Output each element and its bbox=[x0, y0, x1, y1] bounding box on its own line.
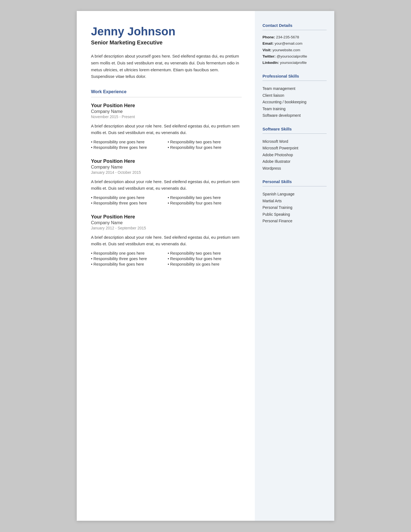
professional-skills-section: Professional Skills Team management Clie… bbox=[262, 74, 327, 119]
job-2: Your Position Here Company Name January … bbox=[91, 158, 242, 205]
summary-text: A brief description about yourself goes … bbox=[91, 53, 242, 80]
job-3-company: Company Name bbox=[91, 220, 242, 225]
job-3-title: Your Position Here bbox=[91, 214, 242, 220]
job-3-resp-5: Responsibility five goes here bbox=[91, 262, 165, 266]
phone-value: 234-235-5678 bbox=[276, 35, 299, 39]
work-experience-heading: Work Experience bbox=[91, 89, 242, 94]
job-1-title: Your Position Here bbox=[91, 103, 242, 109]
personal-skills-section: Personal Skills Spanish Language Martial… bbox=[262, 179, 327, 224]
soft-skill-5: Wordpress bbox=[262, 165, 327, 172]
job-3-responsibilities: Responsibility one goes here Responsibil… bbox=[91, 251, 242, 266]
visit-value: yourwebsite.com bbox=[273, 48, 300, 52]
soft-skill-4: Adobe Illustrator bbox=[262, 158, 327, 165]
left-column: Jenny Johnson Senior Marketing Executive… bbox=[77, 11, 255, 521]
candidate-title: Senior Marketing Executive bbox=[91, 39, 242, 46]
email-line: Email: your@email.com bbox=[262, 41, 327, 46]
twitter-value: @yoursocialprofile bbox=[277, 54, 307, 58]
pers-skill-4: Public Speaking bbox=[262, 211, 327, 218]
job-2-resp-4: Responsibility four goes here bbox=[168, 201, 242, 205]
visit-label: Visit: bbox=[262, 48, 272, 52]
linkedin-value: yoursocialprofile bbox=[280, 61, 307, 65]
software-skills-divider bbox=[262, 133, 327, 134]
soft-skill-1: Microsoft Word bbox=[262, 138, 327, 145]
personal-skills-divider bbox=[262, 186, 327, 186]
resume-page: Jenny Johnson Senior Marketing Executive… bbox=[77, 11, 334, 521]
prof-skill-5: Software development bbox=[262, 112, 327, 119]
email-label: Email: bbox=[262, 41, 274, 45]
linkedin-label: LinkedIn: bbox=[262, 61, 279, 65]
job-1-company: Company Name bbox=[91, 109, 242, 114]
professional-skills-divider bbox=[262, 81, 327, 81]
prof-skill-1: Team management bbox=[262, 85, 327, 92]
job-2-resp-3: Responsibility three goes here bbox=[91, 201, 165, 205]
linkedin-line: LinkedIn: yoursocialprofile bbox=[262, 60, 327, 66]
job-2-company: Company Name bbox=[91, 165, 242, 170]
prof-skill-3: Accounting / bookkeeping bbox=[262, 99, 327, 106]
professional-skills-heading: Professional Skills bbox=[262, 74, 327, 78]
job-3-resp-4: Responsibility four goes here bbox=[168, 257, 242, 261]
job-2-resp-1: Responsibility one goes here bbox=[91, 195, 165, 200]
job-1-dates: November 2015 - Present bbox=[91, 115, 242, 119]
software-skills-section: Software Skills Microsoft Word Microsoft… bbox=[262, 127, 327, 172]
job-3-resp-2: Responsibility two goes here bbox=[168, 251, 242, 255]
soft-skill-2: Microsoft Powerpoint bbox=[262, 145, 327, 152]
prof-skill-2: Client liaison bbox=[262, 92, 327, 99]
job-1-resp-1: Responsibility one goes here bbox=[91, 140, 165, 144]
pers-skill-2: Martial Arts bbox=[262, 198, 327, 204]
job-2-desc: A brief description about your role here… bbox=[91, 178, 242, 192]
pers-skill-1: Spanish Language bbox=[262, 191, 327, 198]
phone-label: Phone: bbox=[262, 35, 275, 39]
twitter-line: Twitter: @yoursocialprofile bbox=[262, 54, 327, 59]
job-1-resp-3: Responsibility three goes here bbox=[91, 145, 165, 150]
job-1-responsibilities: Responsibility one goes here Responsibil… bbox=[91, 140, 242, 150]
pers-skill-5: Personal Finance bbox=[262, 218, 327, 224]
visit-line: Visit: yourwebsite.com bbox=[262, 47, 327, 53]
job-3-desc: A brief description about your role here… bbox=[91, 234, 242, 247]
contact-divider bbox=[262, 30, 327, 30]
right-column: Contact Details Phone: 234-235-5678 Emai… bbox=[255, 11, 334, 521]
phone-line: Phone: 234-235-5678 bbox=[262, 35, 327, 40]
job-3-resp-1: Responsibility one goes here bbox=[91, 251, 165, 255]
email-value: your@email.com bbox=[275, 41, 302, 45]
job-2-resp-2: Responsibility two goes here bbox=[168, 195, 242, 200]
pers-skill-3: Personal Training bbox=[262, 204, 327, 211]
soft-skill-3: Adobe Photoshop bbox=[262, 152, 327, 158]
candidate-name: Jenny Johnson bbox=[91, 25, 242, 38]
job-1-resp-4: Responsibility four goes here bbox=[168, 145, 242, 150]
job-1: Your Position Here Company Name November… bbox=[91, 103, 242, 150]
job-3-resp-3: Responsibility three goes here bbox=[91, 257, 165, 261]
job-2-dates: January 2014 - October 2015 bbox=[91, 170, 242, 175]
job-1-desc: A brief description about your role here… bbox=[91, 123, 242, 136]
job-1-resp-2: Responsibility two goes here bbox=[168, 140, 242, 144]
job-3-dates: January 2012 - September 2015 bbox=[91, 226, 242, 230]
contact-section: Contact Details Phone: 234-235-5678 Emai… bbox=[262, 23, 327, 66]
twitter-label: Twitter: bbox=[262, 54, 276, 58]
job-3-resp-6: Responsibility six goes here bbox=[168, 262, 242, 266]
job-3: Your Position Here Company Name January … bbox=[91, 214, 242, 266]
job-2-title: Your Position Here bbox=[91, 158, 242, 164]
software-skills-heading: Software Skills bbox=[262, 127, 327, 131]
personal-skills-heading: Personal Skills bbox=[262, 179, 327, 184]
work-experience-divider bbox=[91, 97, 242, 97]
contact-heading: Contact Details bbox=[262, 23, 327, 28]
prof-skill-4: Team training bbox=[262, 106, 327, 112]
job-2-responsibilities: Responsibility one goes here Responsibil… bbox=[91, 195, 242, 205]
